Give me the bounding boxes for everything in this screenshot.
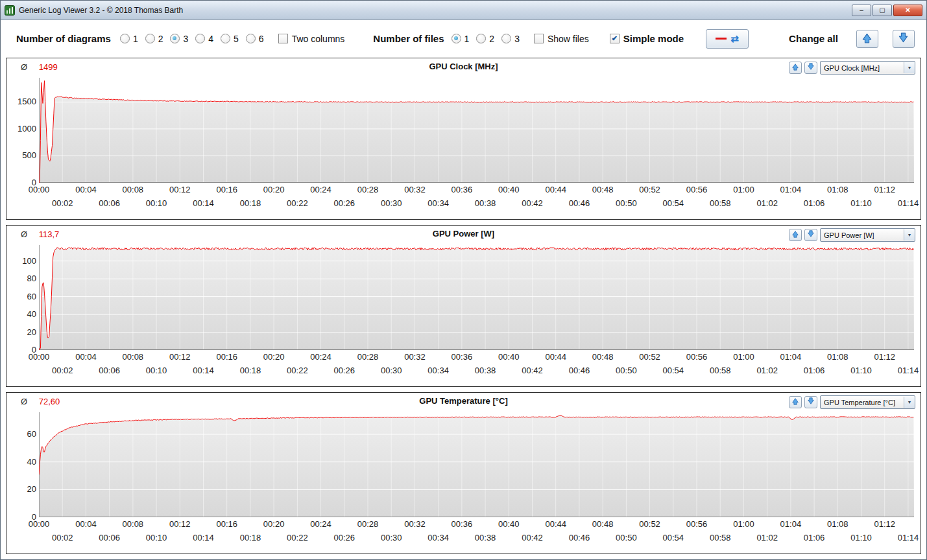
down-arrow-icon: [807, 397, 815, 407]
two-columns-option[interactable]: Two columns: [278, 34, 345, 44]
simple-mode-option[interactable]: ✔ Simple mode: [610, 33, 684, 44]
y-tick-label: 100: [8, 256, 36, 266]
files-option-3[interactable]: 3: [501, 34, 520, 44]
chart-controls: GPU Temperature [°C] ▼: [789, 395, 915, 409]
x-tick-label: 00:20: [263, 519, 285, 529]
x-tick-label: 00:56: [686, 352, 708, 362]
diagrams-option-label: 4: [208, 34, 213, 44]
show-files-option[interactable]: Show files: [534, 34, 589, 44]
average-number: 72,60: [39, 397, 60, 406]
x-tick-label: 00:04: [75, 352, 97, 362]
metric-dropdown[interactable]: GPU Temperature [°C] ▼: [820, 395, 915, 409]
x-tick-label: 01:00: [733, 519, 754, 529]
window-controls: – ▢ ✕: [852, 5, 922, 16]
x-tick-label: 00:06: [99, 198, 120, 208]
line-color-refresh-button[interactable]: ⇄: [706, 29, 749, 49]
chart-panel-gpu-power: Ø 113,7 GPU Power [W] GPU Power [W] ▼ 02…: [6, 225, 921, 387]
chevron-down-icon: ▼: [904, 397, 915, 408]
x-tick-label: 01:06: [804, 198, 825, 208]
diagrams-option-6[interactable]: 6: [246, 34, 264, 44]
x-tick-label: 01:02: [756, 366, 778, 375]
radio-icon[interactable]: [246, 34, 256, 43]
x-tick-label: 00:12: [169, 519, 191, 529]
plot-area: [39, 412, 914, 517]
x-tick-label: 00:34: [427, 366, 449, 375]
metric-dropdown[interactable]: GPU Power [W] ▼: [820, 228, 915, 242]
two-columns-checkbox[interactable]: [278, 34, 288, 43]
files-option-label: 3: [514, 34, 520, 44]
radio-icon[interactable]: [451, 34, 461, 43]
maximize-button[interactable]: ▢: [873, 5, 892, 16]
close-button[interactable]: ✕: [893, 5, 922, 16]
chart-move-down-button[interactable]: [804, 229, 817, 241]
change-all-label: Change all: [789, 33, 838, 44]
chart-move-up-button[interactable]: [789, 229, 802, 241]
x-tick-label: 00:48: [592, 352, 614, 362]
x-tick-label: 00:02: [52, 366, 73, 375]
show-files-checkbox[interactable]: [534, 34, 544, 43]
y-tick-label: 40: [8, 457, 36, 467]
x-tick-label: 00:56: [686, 185, 708, 194]
chart-move-up-button[interactable]: [789, 396, 802, 408]
diagrams-option-1[interactable]: 1: [120, 34, 138, 44]
files-option-1[interactable]: 1: [451, 34, 470, 44]
radio-icon[interactable]: [170, 34, 180, 43]
y-tick-label: 500: [8, 150, 36, 161]
x-tick-label: 01:04: [780, 352, 802, 362]
x-tick-label: 01:12: [874, 519, 895, 529]
x-tick-label: 00:52: [639, 352, 660, 362]
radio-icon[interactable]: [120, 34, 130, 43]
x-tick-label: 01:10: [850, 533, 872, 542]
x-tick-label: 00:44: [545, 185, 566, 194]
radio-icon[interactable]: [145, 34, 155, 43]
x-tick-label: 00:52: [639, 519, 660, 529]
diagrams-option-label: 6: [259, 34, 264, 44]
radio-icon[interactable]: [195, 34, 205, 43]
refresh-icon: ⇄: [730, 34, 739, 43]
chart-panel-gpu-temperature: Ø 72,60 GPU Temperature [°C] GPU Tempera…: [6, 392, 921, 554]
x-tick-label: 00:20: [263, 352, 285, 362]
diagrams-option-2[interactable]: 2: [145, 34, 163, 44]
chart-panel-gpu-clock: Ø 1499 GPU Clock [MHz] GPU Clock [MHz] ▼…: [6, 58, 921, 220]
x-tick-label: 01:12: [874, 185, 895, 194]
radio-icon[interactable]: [221, 34, 230, 43]
x-tick-label: 01:08: [827, 185, 849, 194]
diagrams-option-5[interactable]: 5: [221, 34, 239, 44]
minimize-button[interactable]: –: [852, 5, 871, 16]
files-option-2[interactable]: 2: [476, 34, 494, 44]
diagrams-option-3[interactable]: 3: [170, 34, 188, 44]
average-value: Ø 72,60: [21, 397, 60, 406]
simple-mode-checkbox[interactable]: ✔: [610, 34, 620, 43]
change-all-up-button[interactable]: [856, 30, 878, 48]
y-tick-label: 20: [8, 327, 36, 338]
x-tick-label: 00:30: [381, 366, 402, 375]
x-tick-label: 00:10: [146, 366, 167, 375]
diagrams-option-4[interactable]: 4: [195, 34, 213, 44]
x-tick-label: 00:40: [498, 352, 520, 362]
x-tick-label: 00:20: [263, 185, 285, 194]
up-arrow-icon: [861, 32, 873, 45]
y-tick-label: 20: [8, 484, 36, 495]
x-tick-label: 00:16: [216, 185, 237, 194]
plot-area: [39, 78, 914, 183]
x-tick-label: 01:10: [850, 366, 872, 375]
x-tick-label: 00:24: [310, 519, 331, 529]
x-tick-label: 00:24: [310, 352, 331, 362]
x-tick-label: 00:58: [710, 533, 731, 542]
radio-icon[interactable]: [501, 34, 511, 43]
x-tick-label: 00:08: [123, 519, 144, 529]
x-tick-label: 00:26: [334, 533, 355, 542]
chart-move-down-button[interactable]: [804, 62, 817, 74]
x-tick-label: 00:08: [123, 352, 144, 362]
average-value: Ø 1499: [21, 62, 58, 72]
radio-icon[interactable]: [476, 34, 486, 43]
change-all-down-button[interactable]: [893, 30, 915, 48]
metric-dropdown[interactable]: GPU Clock [MHz] ▼: [820, 61, 915, 75]
chart-move-up-button[interactable]: [789, 62, 802, 74]
x-tick-label: 01:06: [804, 533, 825, 542]
chart-title: GPU Power [W]: [6, 229, 921, 239]
chart-move-down-button[interactable]: [804, 396, 817, 408]
up-arrow-icon: [791, 230, 799, 240]
x-tick-label: 00:56: [686, 519, 708, 529]
chart-canvas: [39, 78, 914, 183]
